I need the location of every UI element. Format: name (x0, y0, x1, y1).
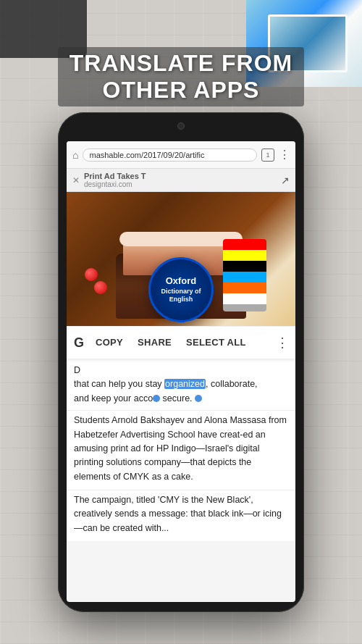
context-menu-bar: G COPY SHARE SELECT ALL ⋮ (67, 326, 295, 359)
share-button[interactable]: SHARE (130, 330, 179, 356)
phone-outer: ⌂ mashable.com/2017/09/20/artific 1 ⋮ ✕ … (58, 112, 304, 612)
header-banner: TRANSLATE FROM OTHER APPS (0, 40, 362, 114)
notification-bar: ✕ Print Ad Takes T designtaxi.com ↗ (67, 169, 295, 192)
highlight-dot (153, 395, 160, 402)
article-content: G COPY SHARE SELECT ALL ⋮ D that can hel… (67, 326, 295, 541)
phone-device: ⌂ mashable.com/2017/09/20/artific 1 ⋮ ✕ … (58, 112, 304, 612)
tab-count[interactable]: 1 (261, 149, 274, 162)
highlighted-text: organized (164, 379, 206, 389)
notif-site: designtaxi.com (84, 180, 146, 188)
cmyk-strip (223, 239, 266, 311)
notif-close-icon[interactable]: ✕ (72, 175, 80, 185)
cherry-1 (85, 268, 98, 281)
ctx-letter: G (70, 333, 88, 353)
cherry-2 (94, 281, 107, 294)
copy-button[interactable]: COPY (88, 330, 130, 356)
url-bar[interactable]: mashable.com/2017/09/20/artific (83, 149, 257, 162)
context-more-icon[interactable]: ⋮ (272, 333, 292, 353)
share-icon[interactable]: ↗ (281, 175, 290, 186)
article-image: Oxford Dictionary of English (67, 192, 295, 326)
browser-menu-icon[interactable]: ⋮ (279, 148, 290, 162)
highlight-dot-2 (195, 395, 202, 402)
cherries (81, 261, 117, 304)
header-title: TRANSLATE FROM OTHER APPS (58, 47, 304, 106)
phone-screen: ⌂ mashable.com/2017/09/20/artific 1 ⋮ ✕ … (67, 141, 295, 602)
notif-title: Print Ad Takes T (84, 172, 146, 180)
notif-info: Print Ad Takes T designtaxi.com (84, 172, 146, 188)
home-icon[interactable]: ⌂ (72, 149, 78, 161)
phone-camera (177, 122, 185, 130)
article-para-3: The campaign, titled 'CMY is the New Bla… (67, 490, 295, 541)
article-para-1: D that can help you stay organized, coll… (67, 359, 295, 410)
oxford-logo: Oxford Dictionary of English (148, 257, 214, 322)
select-all-button[interactable]: SELECT ALL (179, 330, 253, 356)
article-para-2: Students Arnold Bakshayev and Alona Mass… (67, 410, 295, 490)
browser-toolbar: ⌂ mashable.com/2017/09/20/artific 1 ⋮ (67, 141, 295, 169)
oxford-logo-text: Oxford Dictionary of English (161, 275, 201, 304)
